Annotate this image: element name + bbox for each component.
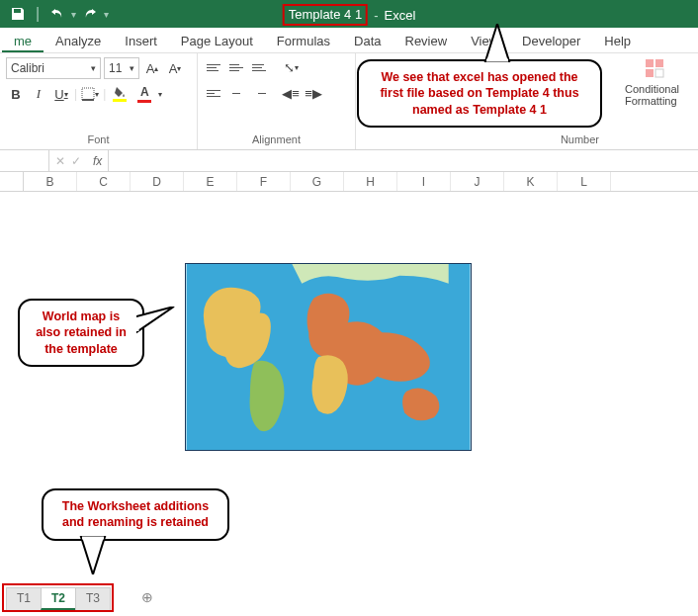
- fill-color-button[interactable]: [109, 83, 131, 105]
- fx-label[interactable]: fx: [87, 154, 102, 168]
- align-right-button[interactable]: [249, 83, 269, 103]
- sheet-tab-t2[interactable]: T2: [41, 587, 76, 610]
- formula-input[interactable]: [109, 150, 698, 171]
- col-header[interactable]: J: [451, 172, 504, 191]
- enter-icon[interactable]: ✓: [71, 154, 81, 168]
- tab-insert[interactable]: Insert: [113, 30, 169, 52]
- font-group-label: Font: [6, 133, 191, 147]
- svg-rect-0: [82, 88, 94, 100]
- align-center-button[interactable]: [226, 83, 246, 103]
- app-name: Excel: [384, 8, 415, 23]
- undo-icon[interactable]: [49, 6, 65, 22]
- callout-tabs: The Worksheet additions and renaming is …: [42, 488, 229, 541]
- tab-developer[interactable]: Developer: [510, 30, 592, 52]
- col-header[interactable]: H: [344, 172, 397, 191]
- callout-title: We see that excel has opened the first f…: [357, 59, 602, 128]
- font-color-button[interactable]: A: [133, 83, 155, 105]
- dropdown-icon[interactable]: ▾: [104, 9, 109, 20]
- decrease-indent-button[interactable]: ◀≡: [281, 83, 301, 103]
- callout-map: World map is also retained in the templa…: [18, 299, 144, 367]
- bold-button[interactable]: B: [6, 84, 26, 104]
- align-top-button[interactable]: [204, 57, 223, 77]
- underline-button[interactable]: U▾: [51, 84, 71, 104]
- tab-analyze[interactable]: Analyze: [44, 30, 113, 52]
- col-header[interactable]: D: [131, 172, 184, 191]
- sheet-area[interactable]: World map is also retained in the templa…: [0, 192, 698, 577]
- tab-help[interactable]: Help: [592, 30, 643, 52]
- tab-formulas[interactable]: Formulas: [265, 30, 342, 52]
- tab-page-layout[interactable]: Page Layout: [169, 30, 265, 52]
- col-header[interactable]: K: [504, 172, 558, 191]
- col-header[interactable]: C: [77, 172, 131, 191]
- increase-indent-button[interactable]: ≡▶: [304, 83, 323, 103]
- svg-rect-5: [655, 69, 663, 77]
- font-size-combo[interactable]: 11▾: [104, 57, 139, 79]
- add-sheet-button[interactable]: ⊕: [132, 589, 162, 605]
- svg-rect-2: [646, 59, 654, 67]
- conditional-formatting-button[interactable]: Conditional Formatting: [625, 57, 692, 107]
- tab-home[interactable]: me: [2, 30, 44, 52]
- sheet-tab-t3[interactable]: T3: [75, 587, 111, 610]
- col-header[interactable]: F: [237, 172, 291, 191]
- save-icon[interactable]: [10, 6, 26, 22]
- align-bottom-button[interactable]: [249, 57, 269, 77]
- ribbon-tabs: me Analyze Insert Page Layout Formulas D…: [0, 28, 698, 53]
- number-group-label: Number: [561, 133, 599, 147]
- column-headers: B C D E F G H I J K L: [0, 172, 698, 192]
- title-bar: | ▾ ▾ Template 4 1 - Excel: [0, 0, 698, 28]
- world-map-image[interactable]: [185, 263, 472, 451]
- redo-icon[interactable]: [82, 6, 98, 22]
- dropdown-icon[interactable]: ▾: [71, 9, 76, 20]
- svg-rect-4: [646, 69, 654, 77]
- name-box[interactable]: [0, 150, 49, 171]
- qat-separator: |: [36, 5, 40, 23]
- italic-button[interactable]: I: [29, 84, 48, 104]
- border-button[interactable]: ▾: [80, 84, 100, 104]
- sheet-tabs-highlight: T1 T2 T3: [2, 583, 114, 612]
- col-header[interactable]: L: [558, 172, 611, 191]
- svg-rect-3: [655, 59, 663, 67]
- conditional-formatting-icon: [644, 57, 673, 81]
- col-header[interactable]: B: [24, 172, 77, 191]
- cancel-icon[interactable]: ✕: [55, 154, 65, 168]
- tab-data[interactable]: Data: [342, 30, 393, 52]
- tab-review[interactable]: Review: [393, 30, 460, 52]
- alignment-group-label: Alignment: [204, 133, 349, 147]
- formula-bar: ✕ ✓ fx: [0, 150, 698, 172]
- sheet-tabs: T1 T2 T3 ⊕: [2, 583, 162, 612]
- sheet-tab-t1[interactable]: T1: [6, 587, 42, 610]
- col-header[interactable]: I: [397, 172, 451, 191]
- filename-highlight: Template 4 1: [283, 4, 368, 26]
- align-left-button[interactable]: [204, 83, 223, 103]
- align-middle-button[interactable]: [226, 57, 246, 77]
- decrease-font-button[interactable]: A▾: [165, 58, 185, 78]
- orientation-button[interactable]: ⤡▾: [281, 57, 301, 77]
- col-header[interactable]: G: [291, 172, 344, 191]
- increase-font-button[interactable]: A▴: [142, 58, 162, 78]
- font-name-combo[interactable]: Calibri▾: [6, 57, 101, 79]
- col-header[interactable]: E: [184, 172, 237, 191]
